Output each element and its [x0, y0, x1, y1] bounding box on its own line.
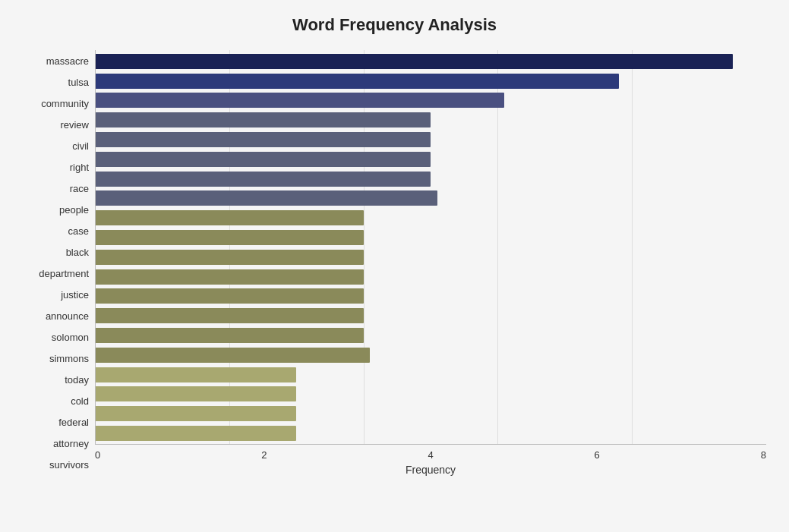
y-label: today: [65, 375, 89, 385]
grid-and-bars: [95, 50, 766, 445]
y-label: civil: [72, 141, 89, 151]
bar: [95, 308, 364, 323]
bar: [95, 190, 437, 206]
bar: [95, 269, 364, 285]
bar-row: [95, 169, 766, 189]
chart-title: Word Frequency Analysis: [23, 15, 766, 35]
bar: [95, 112, 431, 127]
bar-row: [95, 287, 766, 307]
x-tick: 8: [761, 449, 766, 461]
x-axis-label: Frequency: [95, 464, 766, 476]
chart-area: massacretulsacommunityreviewcivilrightra…: [23, 50, 766, 476]
bar: [95, 74, 619, 89]
y-label: solomon: [52, 332, 89, 342]
y-label: cold: [71, 396, 89, 406]
bar-row: [95, 365, 766, 385]
bar-row: [95, 91, 766, 111]
bar: [95, 210, 364, 225]
y-label: massacre: [46, 56, 89, 66]
bar-row: [95, 326, 766, 345]
bar-row: [95, 150, 766, 169]
y-label: tulsa: [68, 77, 89, 87]
bar: [95, 152, 431, 167]
y-label: review: [60, 120, 89, 130]
y-label: attorney: [53, 439, 89, 449]
bar-row: [95, 71, 766, 91]
y-label: department: [39, 269, 89, 279]
x-axis: 02468: [95, 445, 766, 461]
bar-row: [95, 385, 766, 405]
bar: [95, 172, 431, 187]
bar-row: [95, 306, 766, 326]
bar: [95, 54, 733, 69]
y-label: survivors: [49, 460, 89, 470]
y-label: community: [41, 99, 89, 109]
x-tick: 2: [261, 449, 267, 461]
bar: [95, 288, 364, 304]
bar-row: [95, 267, 766, 287]
plot-area: 02468 Frequency: [95, 50, 766, 476]
bar: [95, 406, 296, 421]
bar: [95, 250, 364, 265]
bar-row: [95, 208, 766, 228]
bar-row: [95, 130, 766, 150]
bar-row: [95, 110, 766, 130]
x-tick: 4: [428, 449, 433, 461]
y-label: case: [68, 226, 89, 236]
bar: [95, 367, 296, 382]
y-label: simmons: [49, 354, 89, 364]
bar: [95, 386, 296, 401]
x-tick: 6: [595, 449, 600, 461]
y-label: announce: [46, 311, 89, 321]
bar-row: [95, 52, 766, 71]
bar: [95, 426, 296, 441]
bar-row: [95, 423, 766, 443]
y-axis-labels: massacretulsacommunityreviewcivilrightra…: [23, 50, 95, 476]
bar: [95, 230, 364, 245]
y-label: federal: [58, 417, 89, 427]
bars-container: [95, 50, 766, 445]
bar: [95, 348, 370, 363]
y-label: justice: [61, 290, 89, 300]
x-tick: 0: [95, 449, 100, 461]
bar: [95, 328, 364, 343]
bar-row: [95, 345, 766, 365]
bar: [95, 132, 431, 147]
bar-row: [95, 189, 766, 209]
y-label: right: [70, 162, 89, 172]
bar-row: [95, 247, 766, 267]
bar: [95, 93, 504, 108]
bar-row: [95, 228, 766, 247]
chart-container: Word Frequency Analysis massacretulsacom…: [0, 0, 789, 532]
bar-row: [95, 404, 766, 423]
y-label: race: [70, 184, 89, 194]
y-label: people: [59, 205, 89, 215]
y-label: black: [66, 247, 89, 257]
